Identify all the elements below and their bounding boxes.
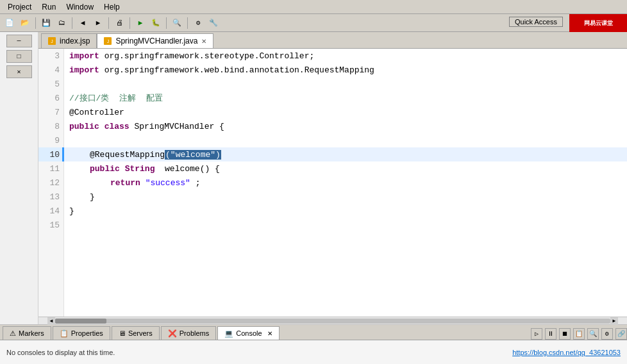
console-tb-btn-1[interactable]: ▷: [531, 328, 542, 340]
toolbar-btn-back[interactable]: ◀: [76, 16, 90, 30]
menu-run[interactable]: Run: [37, 1, 61, 13]
bottom-tab-markers-label: Markers: [19, 329, 44, 337]
bottom-tab-properties[interactable]: 📋 Properties: [53, 326, 110, 340]
toolbar-btn-search[interactable]: 🔍: [170, 16, 184, 30]
bottom-panel: ⚠ Markers 📋 Properties 🖥 Servers ❌ Probl…: [0, 324, 627, 364]
tab-close-btn[interactable]: ✕: [201, 38, 206, 45]
tab-springmvc-handler[interactable]: J SpringMVCHandler.java ✕: [97, 33, 213, 48]
toolbar-sep-6: [187, 17, 188, 29]
punct-8: {: [219, 122, 224, 131]
punct-12: ;: [196, 178, 201, 188]
code-line-6: //接口/类 注解 配置: [64, 91, 627, 105]
code-line-15: [64, 218, 627, 232]
console-status: No consoles to display at this time.: [6, 349, 115, 356]
bottom-tab-console-label: Console: [236, 329, 262, 337]
tab-icon-jsp: J: [48, 37, 56, 45]
menu-help[interactable]: Help: [99, 1, 125, 13]
toolbar-btn-run[interactable]: ▶: [133, 16, 147, 30]
annotation-controller: @Controller: [69, 108, 124, 117]
toolbar-btn-build[interactable]: ⚙: [191, 16, 205, 30]
bottom-tab-markers[interactable]: ⚠ Markers: [3, 326, 51, 340]
toolbar-sep-4: [130, 17, 130, 29]
kw-return-12: return: [110, 178, 140, 188]
tab-index-jsp[interactable]: J index.jsp: [41, 33, 97, 48]
console-tb-btn-4[interactable]: 📋: [573, 328, 585, 340]
editor-area: J index.jsp J SpringMVCHandler.java ✕ 3 …: [38, 32, 627, 324]
toolbar-sep-2: [72, 17, 72, 29]
tab-icon-servers: 🖥: [119, 329, 126, 337]
left-panel-maximize[interactable]: □: [6, 50, 32, 63]
console-tb-btn-7[interactable]: 🔗: [615, 328, 627, 340]
scrollbar-thumb[interactable]: [55, 318, 106, 324]
code-content[interactable]: import org.springframework.stereotype.Co…: [64, 49, 627, 317]
code-line-8: public class SpringMVCHandler {: [64, 119, 627, 133]
tab-label-springmvc: SpringMVCHandler.java: [115, 37, 197, 46]
toolbar-btn-save-all[interactable]: 🗂: [54, 16, 69, 30]
bottom-content: No consoles to display at this time. htt…: [0, 340, 627, 364]
code-line-11: public String welcome() {: [64, 161, 627, 176]
kw-import-4: import: [69, 65, 99, 75]
bottom-tab-console-close[interactable]: ✕: [267, 330, 272, 337]
console-tb-btn-5[interactable]: 🔍: [587, 328, 599, 340]
console-tb-btn-2[interactable]: ⏸: [545, 328, 556, 340]
method-welcome: welcome: [165, 164, 200, 174]
kw-import-3: import: [69, 51, 99, 61]
toolbar-btn-save[interactable]: 💾: [39, 16, 53, 30]
scroll-left-arrow[interactable]: ◀: [47, 317, 55, 325]
menu-project[interactable]: Project: [3, 1, 37, 13]
bottom-tab-properties-label: Properties: [71, 329, 103, 337]
line-num-6: 6: [38, 91, 63, 105]
line-num-14: 14: [38, 204, 63, 218]
main-area: ─ □ ✕ J index.jsp J SpringMVCHandler.jav…: [0, 32, 627, 324]
code-line-13: }: [64, 190, 627, 204]
toolbar-btn-clean[interactable]: 🔧: [206, 16, 221, 30]
menu-window[interactable]: Window: [61, 1, 99, 13]
toolbar-btn-print[interactable]: 🖨: [112, 16, 126, 30]
scroll-right-arrow[interactable]: ▶: [610, 317, 618, 325]
toolbar: 📄 📂 💾 🗂 ◀ ▶ 🖨 ▶ 🐛 🔍 ⚙ 🔧 Quick Access 网易云…: [0, 14, 627, 32]
toolbar-btn-open[interactable]: 📂: [18, 16, 32, 30]
left-panel-minimize[interactable]: ─: [6, 35, 32, 47]
code-line-9: [64, 133, 627, 147]
bottom-tab-problems-label: Problems: [180, 329, 209, 337]
logo-text: 网易云课堂: [584, 19, 613, 28]
tab-bar: J index.jsp J SpringMVCHandler.java ✕: [38, 32, 627, 49]
tab-icon-console: 💻: [224, 329, 233, 338]
toolbar-btn-debug[interactable]: 🐛: [149, 16, 163, 30]
bottom-tab-problems[interactable]: ❌ Problems: [161, 326, 216, 340]
tab-icon-java: J: [104, 37, 112, 45]
line-num-15: 15: [38, 218, 63, 232]
bottom-tab-console[interactable]: 💻 Console ✕: [217, 326, 279, 340]
bottom-tab-servers[interactable]: 🖥 Servers: [112, 326, 160, 340]
line-num-8: 8: [38, 119, 63, 133]
classname-8: SpringMVCHandler: [134, 122, 214, 131]
line-num-13: 13: [38, 190, 63, 204]
bottom-tab-servers-label: Servers: [128, 329, 153, 337]
import-path-3: org.springframework.stereotype.Controlle…: [104, 51, 315, 61]
code-line-10: @RequestMapping("welcome"): [64, 147, 627, 161]
line-num-7: 7: [38, 105, 63, 119]
left-panel: ─ □ ✕: [0, 32, 38, 324]
line-num-5: 5: [38, 77, 63, 91]
logo-area: 网易云课堂: [569, 14, 627, 32]
toolbar-btn-forward[interactable]: ▶: [91, 16, 105, 30]
toolbar-sep-1: [35, 17, 36, 29]
left-panel-close[interactable]: ✕: [6, 65, 32, 78]
line-numbers: 3 4 5 6 7 8 9 10 11 12 13 14 15: [38, 49, 64, 317]
scrollbar-track[interactable]: [55, 318, 610, 324]
kw-public-8: public: [69, 122, 99, 131]
tab-icon-properties: 📋: [60, 329, 69, 338]
console-link[interactable]: https://blog.csdn.net/qq_43621053: [512, 349, 621, 356]
code-line-5: [64, 77, 627, 91]
string-success-12: "success": [146, 178, 190, 188]
punct-11: () {: [200, 164, 220, 174]
kw-class-8: class: [104, 122, 130, 131]
selection-welcome: ("welcome"): [165, 150, 221, 160]
toolbar-btn-new[interactable]: 📄: [3, 16, 17, 30]
console-tb-btn-6[interactable]: ⚙: [601, 328, 613, 340]
type-string-11: String: [125, 164, 155, 174]
console-tb-btn-3[interactable]: ⏹: [559, 328, 571, 340]
h-scrollbar[interactable]: ◀ ▶: [38, 317, 627, 324]
kw-public-11: public: [90, 164, 120, 174]
quick-access-button[interactable]: Quick Access: [509, 17, 563, 27]
